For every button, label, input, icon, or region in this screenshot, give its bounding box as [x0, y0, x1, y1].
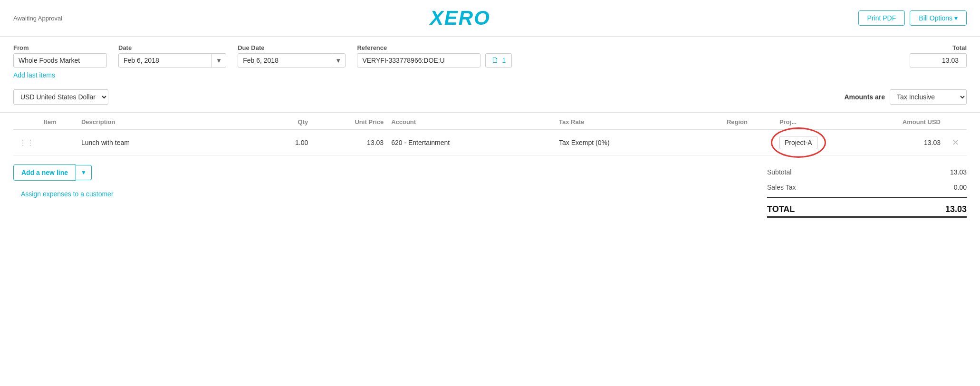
drag-handle[interactable]: ⋮⋮	[17, 139, 36, 147]
cell-account[interactable]	[387, 130, 555, 156]
table-row: ⋮⋮	[13, 130, 967, 156]
col-region: Region	[723, 113, 776, 130]
col-description: Description	[77, 113, 245, 130]
tax-type-select[interactable]: Tax Inclusive	[890, 90, 966, 104]
col-unit-price: Unit Price	[312, 113, 387, 130]
subtotal-label: Subtotal	[767, 168, 791, 176]
from-label: From	[13, 44, 107, 51]
cell-amount: 13.03	[860, 130, 944, 156]
assign-expenses-link[interactable]: Assign expenses to a customer	[13, 186, 121, 202]
date-label: Date	[118, 44, 226, 51]
add-new-line-dropdown-button[interactable]: ▼	[76, 165, 92, 180]
print-pdf-button[interactable]: Print PDF	[858, 10, 905, 26]
delete-row-button[interactable]: ✕	[948, 135, 963, 150]
cell-unit-price[interactable]	[312, 130, 387, 156]
total-final-value: 13.03	[945, 204, 967, 214]
col-amount: Amount USD	[860, 113, 944, 130]
status-badge: Awaiting Approval	[13, 15, 62, 22]
cell-description[interactable]	[77, 130, 245, 156]
total-final-label: TOTAL	[767, 204, 795, 214]
col-item: Item	[40, 113, 77, 130]
qty-input[interactable]	[279, 139, 308, 146]
sales-tax-label: Sales Tax	[767, 183, 796, 191]
add-new-line-button[interactable]: Add a new line	[13, 164, 76, 181]
tax-rate-input[interactable]	[559, 139, 719, 146]
reference-input[interactable]	[357, 53, 480, 68]
document-icon: 🗋	[491, 56, 499, 65]
cell-qty[interactable]	[245, 130, 312, 156]
col-tax-rate: Tax Rate	[555, 113, 723, 130]
amounts-are-label: Amounts are	[844, 93, 885, 101]
col-qty: Qty	[245, 113, 312, 130]
due-date-label: Due Date	[238, 44, 346, 51]
date-dropdown-button[interactable]: ▼	[211, 54, 226, 67]
due-date-dropdown-button[interactable]: ▼	[331, 54, 345, 67]
total-label: Total	[952, 44, 967, 51]
unit-price-input[interactable]	[350, 139, 384, 146]
add-last-items-link[interactable]: Add last items	[13, 71, 55, 79]
col-project: Proj...	[776, 113, 860, 130]
date-input[interactable]	[119, 54, 211, 67]
account-input[interactable]	[391, 139, 551, 146]
cell-tax-rate[interactable]	[555, 130, 723, 156]
currency-select[interactable]: USD United States Dollar	[14, 90, 108, 104]
cell-region	[723, 130, 776, 156]
reference-label: Reference	[357, 44, 898, 51]
xero-logo: XERO	[430, 7, 490, 29]
description-input[interactable]	[81, 139, 241, 146]
document-badge[interactable]: 🗋 1	[485, 53, 512, 68]
col-account: Account	[387, 113, 555, 130]
cell-project[interactable]: Project-A	[776, 130, 860, 156]
project-value[interactable]: Project-A	[779, 136, 817, 149]
subtotal-value: 13.03	[950, 168, 967, 176]
cell-item	[40, 130, 77, 156]
doc-count: 1	[502, 57, 506, 64]
total-value: 13.03	[910, 53, 967, 68]
bill-options-button[interactable]: Bill Options ▾	[910, 10, 967, 26]
from-input[interactable]	[13, 53, 107, 68]
due-date-input[interactable]	[238, 54, 331, 67]
sales-tax-value: 0.00	[954, 183, 967, 191]
